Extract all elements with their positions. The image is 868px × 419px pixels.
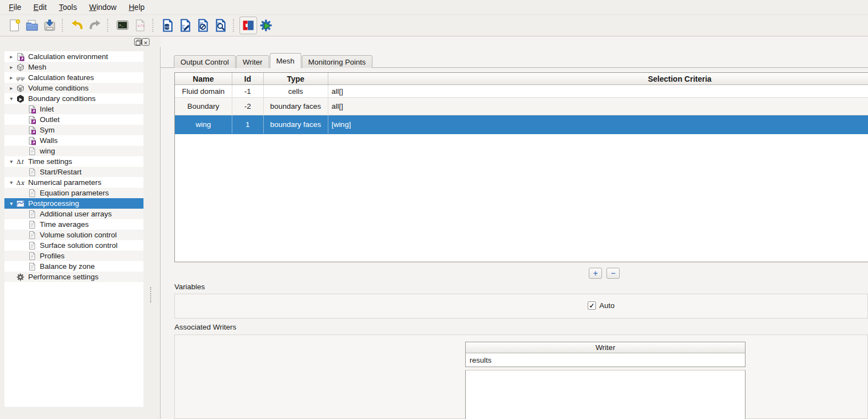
column-header-id[interactable]: Id [232,73,264,84]
tree-item-volume-solution-control[interactable]: Volume solution control [4,230,143,240]
column-header-type[interactable]: Type [264,73,328,84]
doc-link-icon [28,115,37,124]
tree-expander-expanded-icon[interactable]: ▾ [8,96,15,102]
splitter-handle[interactable] [150,287,152,303]
tree-item-performance-settings[interactable]: Performance settings [4,272,143,282]
tree-item-profiles[interactable]: Profiles [4,251,143,261]
tree-item-postprocessing[interactable]: ▾Postprocessing [4,198,143,209]
tree-expander-collapsed-icon[interactable]: ▸ [8,85,15,91]
writer-table: Writer results [465,342,745,419]
volume-cube-icon [16,84,25,93]
cell-selection-criteria: [wing] [328,115,868,134]
cell-name: Boundary [175,98,232,115]
writer-row-results[interactable]: results [465,353,745,367]
tree-item-start-restart[interactable]: Start/Restart [4,167,143,177]
app-logo-button[interactable] [239,17,257,34]
dock-float-button[interactable] [134,38,142,46]
table-row-wing[interactable]: wing1boundary faces[wing] [175,115,868,134]
code-view-icon: </> [133,18,147,33]
phi-psi-icon: φψ [16,73,25,82]
remove-zone-button[interactable]: − [606,268,620,279]
tree-expander-collapsed-icon[interactable]: ▸ [8,75,15,81]
menu-window[interactable]: Window [84,1,121,13]
toolbar-separator [152,19,156,32]
svg-text:>_: >_ [119,23,124,28]
tree-item-label: Performance settings [28,273,99,281]
tree-item-surface-solution-control[interactable]: Surface solution control [4,240,143,251]
doc-search-button[interactable] [212,17,230,34]
tree-item-label: Surface solution control [40,241,118,250]
open-file-button[interactable] [23,17,41,34]
menu-edit[interactable]: Edit [29,1,51,13]
tree-item-label: Inlet [40,105,54,113]
tree-item-walls[interactable]: Walls [4,135,143,146]
terminal-button[interactable]: >_ [114,17,131,34]
tree-expander-expanded-icon[interactable]: ▾ [8,158,15,165]
column-header-name[interactable]: Name [175,73,232,84]
tab-monitoring-points[interactable]: Monitoring Points [302,55,372,68]
tree-expander-expanded-icon[interactable]: ▾ [8,200,15,206]
tree-item-label: Sym [40,126,55,134]
table-row-fluid-domain[interactable]: Fluid domain-1cellsall[] [175,85,868,98]
tree-item-boundary-conditions[interactable]: ▾Boundary conditions [4,93,143,104]
tree-item-time-settings[interactable]: ▾ΔtTime settings [4,156,143,167]
tree-item-outlet[interactable]: Outlet [4,114,143,125]
boundary-cube-icon [16,94,25,103]
doc-close-button[interactable] [194,17,212,34]
save-file-button[interactable] [41,17,58,34]
postproc-wave-icon [16,199,25,208]
tree-expander-expanded-icon[interactable]: ▾ [8,179,15,185]
tab-output-control[interactable]: Output Control [174,55,236,68]
doc-link-icon [28,105,37,114]
column-header-selection-criteria[interactable]: Selection Criteria [328,73,868,84]
tree-item-label: Additional user arrays [40,210,112,218]
undo-button[interactable] [68,17,86,34]
writer-column-header: Writer [465,342,745,353]
tree-item-wing[interactable]: wing [4,146,143,156]
table-row-boundary[interactable]: Boundary-2boundary facesall[] [175,98,868,115]
tree-item-time-averages[interactable]: Time averages [4,219,143,230]
float-icon [136,40,140,44]
tree-item-balance-by-zone[interactable]: Balance by zone [4,261,143,272]
doc-database-button[interactable] [159,17,177,34]
tree-item-equation-parameters[interactable]: Equation parameters [4,188,143,198]
mesh-cube-icon [16,63,25,72]
tree-item-inlet[interactable]: Inlet [4,104,143,114]
delta-t-icon: Δt [16,157,25,166]
new-file-button[interactable] [6,17,23,34]
menu-help[interactable]: Help [124,1,149,13]
tab-mesh[interactable]: Mesh [270,53,301,68]
toolbar-separator [62,19,65,32]
tree-expander-collapsed-icon[interactable]: ▸ [8,64,15,70]
tree-item-sym[interactable]: Sym [4,125,143,135]
tab-writer[interactable]: Writer [236,55,269,68]
tree-item-calculation-features[interactable]: ▸φψCalculation features [4,72,143,83]
tree-item-numerical-parameters[interactable]: ▾ΔxNumerical parameters [4,177,143,188]
doc-search-icon [214,18,228,33]
add-zone-button[interactable]: + [589,268,602,279]
tree-item-calculation-environment[interactable]: ▸Calculation environment [4,51,143,62]
code-view-button[interactable]: </> [131,17,149,34]
dock-close-button[interactable] [142,38,150,46]
redo-button[interactable] [86,17,104,34]
doc-edit-button[interactable] [177,17,194,34]
cell-type: cells [264,85,328,97]
navigation-tree: ▸Calculation environment▸Mesh▸φψCalculat… [4,51,143,407]
tree-item-mesh[interactable]: ▸Mesh [4,62,143,72]
auto-checkbox-row: ✓ Auto [588,301,615,310]
svg-text:Δx: Δx [17,179,25,187]
undo-icon [70,18,84,33]
associated-writers-label: Associated Writers [174,323,236,331]
tree-item-additional-user-arrays[interactable]: Additional user arrays [4,209,143,219]
cell-name: Fluid domain [175,85,232,97]
run-solver-button[interactable] [257,17,275,34]
tree-expander-collapsed-icon[interactable]: ▸ [8,54,15,60]
tree-item-volume-conditions[interactable]: ▸Volume conditions [4,83,143,93]
auto-checkbox[interactable]: ✓ [588,301,596,310]
doc-edit-icon [178,18,193,33]
svg-text:</>: </> [137,24,145,28]
menu-file[interactable]: File [4,1,26,13]
tree-item-label: Start/Restart [40,168,82,176]
auto-checkbox-label: Auto [599,301,615,310]
menu-tools[interactable]: Tools [55,1,82,13]
